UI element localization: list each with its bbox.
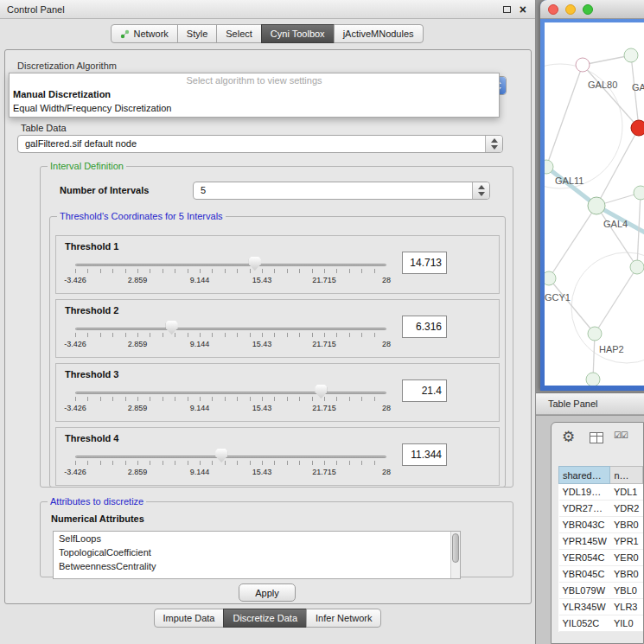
table-cell[interactable]: YER0 — [610, 550, 643, 566]
network-node[interactable] — [588, 197, 605, 214]
scale-label: -3.426 — [58, 340, 92, 348]
close-icon[interactable]: × — [520, 5, 526, 14]
table-panel-header[interactable]: Table Panel — [536, 392, 644, 415]
table-row[interactable]: YIL052CYIL0 — [559, 615, 643, 632]
column-header-shared-name[interactable]: shared… — [559, 467, 610, 484]
table-cell[interactable]: YBL079W — [559, 583, 610, 599]
table-cell[interactable]: YBR045C — [559, 566, 610, 583]
table-cell[interactable]: YPR1 — [610, 533, 643, 550]
slider-scale: -3.4262.8599.14415.4321.71528 — [75, 468, 386, 478]
threshold-3-panel: Threshold 3 -3.4262.8599.14415.4321.7152… — [55, 363, 500, 422]
network-edge[interactable] — [546, 65, 583, 167]
table-row[interactable]: YBL079WYBL0 — [559, 583, 643, 599]
network-edge[interactable] — [583, 65, 639, 128]
tab-select[interactable]: Select — [216, 24, 262, 43]
network-edge[interactable] — [596, 128, 639, 206]
table-cell[interactable]: YBL0 — [610, 583, 643, 599]
slider-track[interactable] — [75, 392, 386, 394]
column-header-name[interactable]: n… — [610, 467, 643, 484]
network-node[interactable] — [576, 58, 590, 72]
table-cell[interactable]: YER054C — [559, 550, 610, 566]
table-row[interactable]: YDL19…YDL1 — [559, 484, 643, 501]
columns-icon[interactable] — [590, 432, 603, 443]
table-data-combo[interactable]: galFiltered.sif default node — [17, 135, 503, 153]
dropdown-option-equal-width[interactable]: Equal Width/Frequency Discretization — [10, 101, 499, 115]
window-title: Control Panel — [0, 4, 503, 15]
network-canvas[interactable]: GAL80GAGAL11GAL4GCY1HAP2 — [545, 22, 644, 386]
network-edge[interactable] — [583, 55, 631, 65]
tab-style[interactable]: Style — [177, 24, 217, 43]
attribute-list-item[interactable]: TopologicalCoefficient — [54, 545, 460, 559]
scale-label: 9.144 — [182, 468, 217, 476]
threshold-value-field[interactable]: 14.713 — [402, 252, 447, 274]
attribute-list-item[interactable]: SelfLoops — [54, 532, 460, 545]
table-cell[interactable]: YBR043C — [559, 517, 610, 533]
bottom-tabbar: Impute Data Discretize Data Infer Networ… — [0, 609, 536, 628]
table-cell[interactable]: YBR0 — [610, 566, 643, 583]
tab-network[interactable]: Network — [111, 24, 177, 43]
network-window-titlebar[interactable] — [540, 0, 644, 19]
numerical-attributes-list[interactable]: SelfLoopsTopologicalCoefficientBetweenne… — [53, 531, 461, 579]
table-cell[interactable]: YLR3 — [610, 599, 643, 615]
table-cell[interactable]: YIL052C — [559, 615, 610, 632]
float-window-icon[interactable] — [503, 6, 511, 13]
select-columns-icon[interactable]: ☑☑ — [614, 430, 628, 440]
table-row[interactable]: YLR345WYLR3 — [559, 599, 643, 615]
tab-cyni-toolbox[interactable]: Cyni Toolbox — [261, 24, 335, 43]
num-intervals-label: Number of Intervals — [60, 185, 149, 195]
control-panel-titlebar[interactable]: Control Panel × — [0, 0, 535, 19]
threshold-1-panel: Threshold 1 -3.4262.8599.14415.4321.7152… — [55, 235, 500, 294]
gear-icon[interactable]: ⚙ — [562, 430, 575, 444]
network-edge[interactable] — [546, 167, 596, 206]
network-node[interactable] — [634, 186, 644, 200]
table-cell[interactable]: YIL0 — [610, 615, 643, 632]
slider-ticks — [75, 333, 386, 337]
zoom-traffic-light-icon[interactable] — [583, 4, 593, 15]
tab-impute-data[interactable]: Impute Data — [154, 609, 225, 628]
table-cell[interactable]: YPR145W — [559, 533, 610, 550]
table-row[interactable]: YBR045CYBR0 — [559, 566, 643, 583]
scale-label: 28 — [369, 276, 404, 284]
threshold-value-field[interactable]: 11.344 — [402, 443, 447, 466]
scrollbar-thumb[interactable] — [452, 533, 459, 563]
slider-track[interactable] — [75, 456, 386, 458]
scale-label: -3.426 — [58, 276, 92, 284]
table-cell[interactable]: YDL1 — [610, 484, 643, 501]
attribute-list-item[interactable]: BetweennessCentrality — [54, 559, 460, 573]
network-node[interactable] — [631, 120, 644, 136]
tab-discretize-data[interactable]: Discretize Data — [223, 609, 307, 628]
network-node[interactable] — [586, 373, 600, 386]
dropdown-option-manual-discretization[interactable]: Manual Discretization — [10, 87, 499, 101]
thresholds-legend: Threshold's Coordinates for 5 Intervals — [57, 211, 226, 221]
num-intervals-combo[interactable]: 5 — [193, 182, 490, 200]
tab-jactivemodules[interactable]: jActiveMNodules — [334, 24, 424, 43]
network-node[interactable] — [624, 48, 638, 62]
network-node-label: GA — [632, 82, 644, 92]
slider-track[interactable] — [75, 264, 386, 266]
network-edge[interactable] — [595, 267, 637, 334]
network-node[interactable] — [630, 260, 644, 274]
table-cell[interactable]: YDL19… — [559, 484, 610, 501]
table-cell[interactable]: YLR345W — [559, 599, 610, 615]
slider-track[interactable] — [75, 328, 386, 330]
table-row[interactable]: YBR043CYBR0 — [559, 517, 643, 533]
table-cell[interactable]: YDR27… — [559, 501, 610, 517]
threshold-value-field[interactable]: 21.4 — [402, 379, 447, 402]
table-row[interactable]: YPR145WYPR1 — [559, 533, 643, 550]
tab-infer-network[interactable]: Infer Network — [306, 609, 381, 628]
network-node[interactable] — [588, 327, 602, 341]
threshold-value-field[interactable]: 6.316 — [402, 316, 447, 338]
scrollbar[interactable] — [450, 532, 460, 578]
close-traffic-light-icon[interactable] — [548, 4, 558, 15]
table-row[interactable]: YDR27…YDR2 — [559, 501, 643, 517]
network-node-label: GAL11 — [555, 175, 583, 186]
network-icon — [120, 29, 130, 39]
network-node-label: GCY1 — [545, 292, 571, 303]
table-row[interactable]: YER054CYER0 — [559, 550, 643, 566]
table-cell[interactable]: YBR0 — [610, 517, 643, 533]
network-edge[interactable] — [549, 278, 595, 334]
table-cell[interactable]: YDR2 — [610, 501, 643, 517]
minimize-traffic-light-icon[interactable] — [565, 4, 576, 15]
network-node[interactable] — [545, 271, 556, 285]
apply-button[interactable]: Apply — [239, 583, 296, 602]
